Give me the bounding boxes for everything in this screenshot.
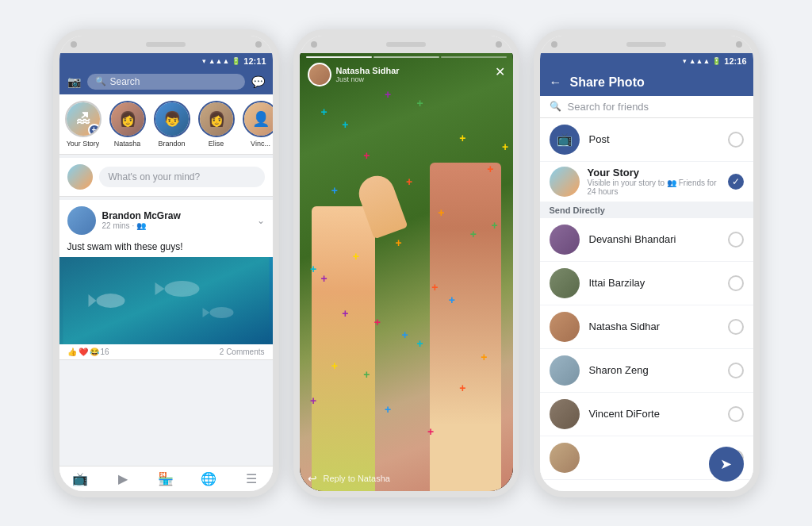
battery-icon-3: 🔋 [712,57,721,65]
mind-input[interactable]: What's on your mind? [99,167,265,187]
story-user-avatar [308,63,331,86]
your-story-radio[interactable]: ✓ [728,174,744,190]
nav-menu[interactable]: ☰ [230,471,273,486]
post-text: Just swam with these guys! [59,241,273,257]
story-screen: ++++++++++++++++++++++++++++++ Natasha S… [300,53,513,491]
nav-marketplace[interactable]: 🏪 [144,471,187,486]
vince-img: 👤 [244,102,273,136]
post-audience-icon: · 👥 [132,221,147,230]
share-item-sharon[interactable]: Sharon Zeng [540,349,753,393]
add-story-badge: + [88,124,101,136]
status-icons-1: ▾ ▲▲▲ 🔋 [202,57,241,65]
story-time: Just now [336,75,400,83]
natasha-share-avatar [550,312,580,342]
ittai-radio[interactable] [728,275,744,291]
search-bar[interactable]: 🔍 Search [87,74,245,90]
nav-home[interactable]: 📺 [59,471,102,486]
share-item-natasha[interactable]: Natasha Sidhar [540,305,753,349]
last-avatar [550,443,580,473]
vincent-radio[interactable] [728,406,744,422]
love-icon: ❤️ [79,347,88,356]
your-story-info: Your Story Visible in your story to 👥 Fr… [588,167,720,196]
share-header: ← Share Photo [540,69,753,96]
ittai-name: Ittai Barzilay [589,277,718,289]
story-progress-bars [306,56,507,58]
story-close-btn[interactable]: ✕ [495,64,505,79]
elise-img: 👩 [200,102,233,136]
natasha-img: 👩 [111,102,144,136]
post-icon: 📺 [557,132,573,147]
reaction-count: 16 [101,347,109,356]
brandon-label: Brandon [158,140,185,148]
story-user-name: Natasha Sidhar [336,66,400,75]
story-person-left [312,206,375,491]
share-item-your-story[interactable]: Your Story Visible in your story to 👥 Fr… [540,162,753,202]
share-list: 📺 Post Your Story Visible in your story … [540,118,753,491]
vince-story-avatar: 👤 [243,101,273,137]
post-author-name: Brandon McGraw [102,210,251,221]
share-item-ittai[interactable]: Ittai Barzilay [540,262,753,305]
back-button[interactable]: ← [550,75,562,90]
search-friends-input[interactable]: Search for friends [568,101,744,113]
search-icon: 🔍 [95,76,106,86]
vincent-name: Vincent DiForte [589,408,718,420]
status-time-1: 12:11 [243,56,266,66]
story-background [300,53,513,491]
speaker-1 [146,42,186,47]
natasha-story-avatar: 👩 [109,101,146,137]
comments-count: 2 Comments [220,347,265,356]
share-search-bar[interactable]: 🔍 Search for friends [540,96,753,118]
story-natasha[interactable]: 👩 Natasha [109,101,147,148]
story-brandon[interactable]: 👦 Brandon [153,101,191,148]
your-story-share-name: Your Story [588,167,720,179]
story-your[interactable]: 🏖 + Your Story [64,101,102,148]
phone-top-bar-1 [59,36,273,53]
post-icon-wrap: 📺 [550,125,580,155]
your-story-sub: Visible in your story to 👥 Friends for 2… [588,179,720,196]
story-elise[interactable]: 👩 Elise [197,101,236,148]
post-radio[interactable] [728,132,744,148]
phone-2: ++++++++++++++++++++++++++++++ Natasha S… [293,29,519,497]
ittai-avatar [550,268,580,298]
story-user-info: Natasha Sidhar Just now [308,63,400,86]
search-icon-gray: 🔍 [550,101,561,112]
natasha-radio[interactable] [728,319,744,335]
sharon-avatar [550,355,580,386]
sharon-radio[interactable] [728,363,744,378]
post-image [59,257,273,344]
nav-groups[interactable]: 🌐 [187,471,230,486]
reply-icon: ↩ [308,472,317,485]
share-item-devanshi[interactable]: Devanshi Bhandari [540,218,753,262]
story-screen-wrap: ++++++++++++++++++++++++++++++ Natasha S… [300,53,513,491]
nav-video[interactable]: ▶ [102,471,144,486]
post-menu-icon[interactable]: ⌄ [257,215,265,226]
story-vince[interactable]: 👤 Vinc... [242,101,273,148]
front-camera-1 [71,41,77,48]
status-bar-1: ▾ ▲▲▲ 🔋 12:11 [59,53,273,69]
reaction-icons: 👍 ❤️ 😂 16 [67,347,109,356]
stories-row: 🏖 + Your Story 👩 Natasha 👦 Brandon 👩 [59,94,273,155]
status-icons-3: ▾ ▲▲▲ 🔋 [683,57,722,65]
phone-1: ▾ ▲▲▲ 🔋 12:11 📷 🔍 Search 💬 🏖 + Your Stor… [53,29,279,497]
vincent-avatar [550,399,580,429]
post-card: Brandon McGraw 22 mins · 👥 ⌄ Just swam w… [59,200,273,360]
share-item-post[interactable]: 📺 Post [540,118,753,162]
sensor-1 [255,41,262,48]
progress-bar-2 [373,56,439,58]
brandon-story-avatar: 👦 [154,101,190,137]
whats-on-mind-bar[interactable]: What's on your mind? [59,158,273,197]
elise-label: Elise [209,140,224,148]
messenger-icon[interactable]: 💬 [251,75,265,88]
share-item-vincent[interactable]: Vincent DiForte [540,393,753,436]
natasha-label: Natasha [114,140,141,148]
speaker-2 [386,42,426,47]
signal-icon: ▲▲▲ [209,57,230,65]
devanshi-radio[interactable] [728,232,744,248]
signal-icon-3: ▲▲▲ [689,57,710,65]
phone-3: ▾ ▲▲▲ 🔋 12:16 ← Share Photo 🔍 Search for… [534,29,760,497]
vince-label: Vinc... [251,140,270,148]
feed-spacer [59,360,273,466]
send-button[interactable]: ➤ [709,447,744,482]
elise-story-avatar: 👩 [198,101,235,137]
camera-icon[interactable]: 📷 [67,75,81,88]
